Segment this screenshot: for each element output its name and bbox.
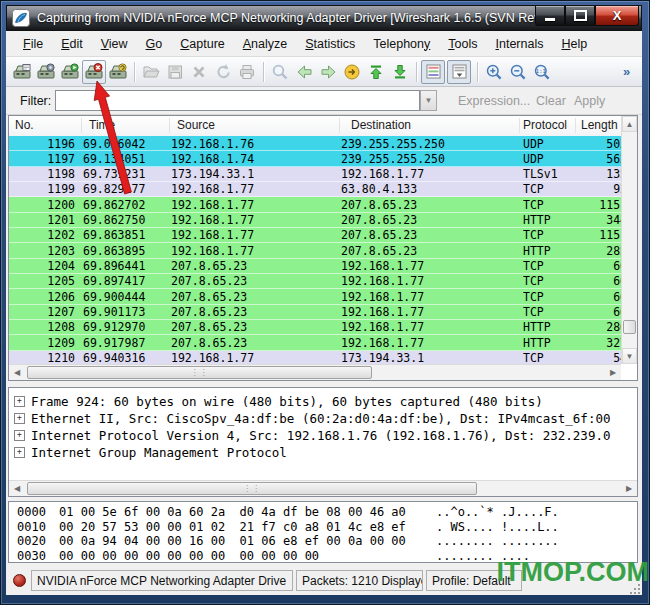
column-header-source[interactable]: Source <box>177 118 215 132</box>
colorize-button[interactable] <box>421 60 445 84</box>
clear-button[interactable]: Clear <box>536 94 566 108</box>
save-file-button[interactable] <box>163 60 187 84</box>
expander-plus-icon[interactable]: + <box>14 447 25 458</box>
packet-row-1207[interactable]: 120769.901173207.8.65.23192.168.1.77TCP6… <box>9 305 621 320</box>
find-button[interactable] <box>268 60 292 84</box>
column-header-destination[interactable]: Destination <box>351 118 411 132</box>
toolbar-overflow-button[interactable]: » <box>614 60 638 84</box>
cell-dst: 173.194.33.1 <box>341 351 521 364</box>
menu-telephony[interactable]: Telephony <box>364 34 439 54</box>
back-button[interactable] <box>292 60 316 84</box>
detail-line-3[interactable]: +Internet Group Management Protocol <box>9 444 637 461</box>
details-hscrollbar[interactable]: ◀ ⋮⋮ ▶ <box>9 480 637 496</box>
capture-restart-button[interactable] <box>106 60 130 84</box>
detail-line-1[interactable]: +Ethernet II, Src: CiscoSpv_4a:df:be (60… <box>9 410 637 427</box>
scroll-left-icon[interactable]: ◀ <box>9 481 25 496</box>
packet-row-1206[interactable]: 120669.900444207.8.65.23192.168.1.77TCP6… <box>9 289 621 304</box>
menu-internals[interactable]: Internals <box>486 34 552 54</box>
detail-line-2[interactable]: +Internet Protocol Version 4, Src: 192.1… <box>9 427 637 444</box>
scroll-down-icon[interactable]: ▼ <box>622 348 637 364</box>
packet-row-1199[interactable]: 119969.829177192.168.1.7763.80.4.133TCP9… <box>9 182 621 197</box>
column-header-time[interactable]: Time <box>89 118 115 132</box>
wireshark-logo-icon <box>12 9 30 27</box>
detail-line-0[interactable]: +Frame 924: 60 bytes on wire (480 bits),… <box>9 393 637 410</box>
colorize-icon <box>425 63 442 80</box>
status-interface-panel: NVIDIA nForce MCP Networking Adapter Dri… <box>31 570 293 591</box>
scroll-right-icon[interactable]: ▶ <box>605 365 621 380</box>
zoom-100-button[interactable]: 1:1 <box>530 60 554 84</box>
hscroll-thumb[interactable]: ⋮⋮ <box>27 482 477 495</box>
zoom-out-button[interactable] <box>506 60 530 84</box>
capture-options-button[interactable] <box>34 60 58 84</box>
scroll-up-icon[interactable]: ▲ <box>622 116 637 132</box>
expander-plus-icon[interactable]: + <box>14 396 25 407</box>
cell-time: 69.862750 <box>83 213 173 227</box>
zoom-in-button[interactable] <box>482 60 506 84</box>
autoscroll-button[interactable] <box>447 60 471 84</box>
packet-row-1210[interactable]: 121069.940316192.168.1.77173.194.33.1TCP… <box>9 351 621 364</box>
vscroll-thumb[interactable] <box>623 320 636 334</box>
packet-row-1208[interactable]: 120869.912970207.8.65.23192.168.1.77HTTP… <box>9 320 621 335</box>
expander-plus-icon[interactable]: + <box>14 413 25 424</box>
hex-line-0000[interactable]: 000001 00 5e 6f 00 0a 60 2a d0 4a df be … <box>9 505 637 520</box>
zoom-out-icon <box>509 63 527 81</box>
reload-button[interactable] <box>211 60 235 84</box>
cell-len: 503 <box>577 137 621 151</box>
watermark-text: ITMOP.COM <box>496 557 649 588</box>
cell-len: 92 <box>577 182 621 196</box>
column-header-protocol[interactable]: Protocol <box>523 118 567 132</box>
forward-button[interactable] <box>316 60 340 84</box>
hex-line-0020[interactable]: 002000 0a 94 04 00 00 16 00 01 06 e8 ef … <box>9 534 637 549</box>
capture-start-icon <box>61 63 80 80</box>
maximize-button[interactable] <box>565 6 595 26</box>
expression-button[interactable]: Expression... <box>458 94 530 108</box>
expander-plus-icon[interactable]: + <box>14 430 25 441</box>
close-file-button[interactable] <box>187 60 211 84</box>
filter-dropdown-button[interactable]: ▼ <box>420 90 437 111</box>
menu-file[interactable]: File <box>14 34 52 54</box>
packet-row-1202[interactable]: 120269.863851192.168.1.77207.8.65.23TCP1… <box>9 228 621 243</box>
minimize-button[interactable] <box>535 6 565 26</box>
hscroll-thumb[interactable]: ⋮⋮ <box>27 366 372 379</box>
menu-statistics[interactable]: Statistics <box>296 34 364 54</box>
apply-button[interactable]: Apply <box>574 94 605 108</box>
menu-analyze[interactable]: Analyze <box>234 34 296 54</box>
packet-row-1204[interactable]: 120469.896441207.8.65.23192.168.1.77TCP6… <box>9 259 621 274</box>
goto-packet-button[interactable] <box>340 60 364 84</box>
packet-row-1205[interactable]: 120569.897417207.8.65.23192.168.1.77TCP6… <box>9 274 621 289</box>
packet-row-1197[interactable]: 119769.134051192.168.1.74239.255.255.250… <box>9 151 621 166</box>
cell-proto: TLSv1 <box>523 167 577 181</box>
packet-list-hscrollbar[interactable]: ◀ ⋮⋮ ▶ <box>9 364 621 380</box>
close-button[interactable]: X <box>595 6 639 26</box>
hex-ascii: ........ ........ <box>436 534 559 549</box>
menu-tools[interactable]: Tools <box>439 34 486 54</box>
packet-row-1198[interactable]: 119869.739231173.194.33.1192.168.1.77TLS… <box>9 167 621 182</box>
menu-capture[interactable]: Capture <box>171 34 233 54</box>
packet-list-vscrollbar[interactable]: ▲ ▼ <box>621 116 637 364</box>
menu-help[interactable]: Help <box>552 34 596 54</box>
print-button[interactable] <box>235 60 259 84</box>
column-header-length[interactable]: Length <box>581 118 618 132</box>
list-interfaces-button[interactable] <box>10 60 34 84</box>
go-bottom-button[interactable] <box>388 60 412 84</box>
menu-go[interactable]: Go <box>137 34 172 54</box>
filter-input[interactable] <box>55 90 420 111</box>
scroll-left-icon[interactable]: ◀ <box>9 365 25 380</box>
scroll-right-icon[interactable]: ▶ <box>621 481 637 496</box>
column-divider <box>81 118 82 133</box>
capture-start-button[interactable] <box>58 60 82 84</box>
go-top-button[interactable] <box>364 60 388 84</box>
menu-edit[interactable]: Edit <box>52 34 92 54</box>
menu-view[interactable]: View <box>92 34 137 54</box>
packet-details-pane: +Frame 924: 60 bytes on wire (480 bits),… <box>8 387 638 497</box>
client-area: FileEditViewGoCaptureAnalyzeStatisticsTe… <box>6 31 642 595</box>
packet-row-1196[interactable]: 119669.066042192.168.1.76239.255.255.250… <box>9 136 621 151</box>
packet-row-1209[interactable]: 120969.917987207.8.65.23192.168.1.77HTTP… <box>9 335 621 350</box>
packet-row-1200[interactable]: 120069.862702192.168.1.77207.8.65.23TCP1… <box>9 197 621 212</box>
packet-row-1203[interactable]: 120369.863895192.168.1.77207.8.65.23HTTP… <box>9 243 621 258</box>
hex-line-0010[interactable]: 001000 20 57 53 00 00 01 02 21 f7 c0 a8 … <box>9 520 637 535</box>
capture-stop-button[interactable] <box>82 60 106 84</box>
packet-row-1201[interactable]: 120169.862750192.168.1.77207.8.65.23HTTP… <box>9 213 621 228</box>
column-header-no[interactable]: No. <box>15 118 34 132</box>
open-file-button[interactable] <box>139 60 163 84</box>
